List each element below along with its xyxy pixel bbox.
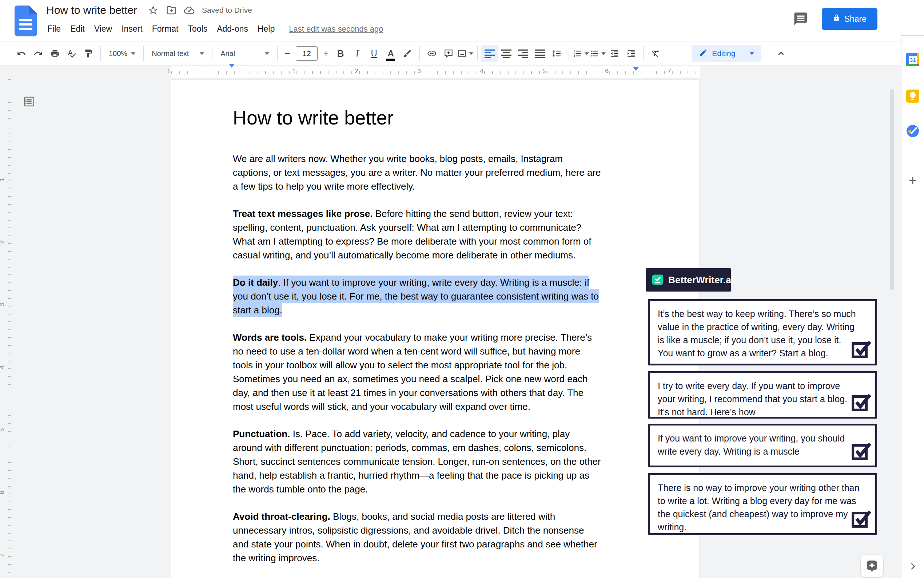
menu-view[interactable]: View <box>89 22 117 36</box>
horizontal-ruler[interactable]: 1 1 2 3 4 5 6 7 <box>0 66 901 78</box>
chevron-down-icon <box>265 52 269 55</box>
suggestion-card[interactable]: I try to write every day. If you want to… <box>648 371 877 419</box>
zoom-select[interactable]: 100% <box>104 45 140 62</box>
document-page[interactable]: How to write better We are all writers n… <box>171 80 699 578</box>
align-center-button[interactable] <box>498 45 515 62</box>
pencil-icon <box>699 49 707 58</box>
paint-format-icon[interactable] <box>80 45 97 62</box>
align-left-button[interactable] <box>481 45 498 62</box>
menu-file[interactable]: File <box>46 22 65 36</box>
right-indent-marker[interactable] <box>633 71 639 78</box>
toolbar-divider <box>419 46 420 61</box>
cloud-saved-icon[interactable] <box>183 4 196 17</box>
betterwriter-tag[interactable]: BetterWriter.ai <box>646 268 731 292</box>
google-calendar-icon[interactable]: 31 <box>905 52 920 67</box>
spell-check-icon[interactable] <box>63 45 80 62</box>
accept-suggestion-checkbox-icon[interactable] <box>851 391 872 414</box>
suggestion-card[interactable]: There is no way to improve your writing … <box>648 473 877 535</box>
menu-format[interactable]: Format <box>147 22 183 36</box>
star-icon[interactable] <box>147 4 160 17</box>
ruler-ticks <box>8 79 11 578</box>
side-panel-rail: 31 + <box>901 35 924 578</box>
doc-paragraph[interactable]: Punctuation. Is. Pace. To add variety, v… <box>233 427 638 496</box>
last-edit-link[interactable]: Last edit was seconds ago <box>289 24 383 34</box>
increase-indent-icon[interactable] <box>623 45 639 62</box>
doc-paragraph[interactable]: We are all writers now. Whether you writ… <box>233 152 638 193</box>
document-title[interactable]: How to write better <box>46 4 137 16</box>
increase-font-size-button[interactable]: + <box>320 45 332 62</box>
undo-icon[interactable] <box>13 45 30 62</box>
left-indent-marker[interactable] <box>229 68 235 74</box>
chevron-down-icon <box>601 52 606 55</box>
menu-addons[interactable]: Add-ons <box>212 22 253 36</box>
doc-paragraph[interactable]: Treat text messages like prose. Before h… <box>233 207 638 262</box>
google-keep-icon[interactable] <box>905 89 920 103</box>
font-size-input[interactable]: 12 <box>296 46 317 61</box>
accept-suggestion-checkbox-icon[interactable] <box>851 508 872 530</box>
align-right-button[interactable] <box>515 45 531 62</box>
decrease-font-size-button[interactable]: − <box>281 45 294 62</box>
menu-tools[interactable]: Tools <box>183 22 212 36</box>
menu-edit[interactable]: Edit <box>65 22 89 36</box>
chevron-down-icon <box>750 52 754 55</box>
comments-icon[interactable] <box>790 9 811 29</box>
text-color-button[interactable]: A <box>382 45 399 62</box>
toolbar-divider <box>769 46 769 61</box>
line-spacing-icon[interactable] <box>548 45 565 62</box>
menu-help[interactable]: Help <box>253 22 279 36</box>
menu-insert[interactable]: Insert <box>117 22 147 36</box>
betterwriter-check-icon <box>651 273 664 287</box>
share-label: Share <box>844 14 867 24</box>
add-comment-icon[interactable] <box>440 45 457 62</box>
doc-paragraph-highlighted[interactable]: Do it daily. If you want to improve your… <box>233 276 638 317</box>
google-docs-logo-icon[interactable] <box>15 5 37 38</box>
document-scrollbar[interactable] <box>890 89 894 290</box>
italic-button[interactable]: I <box>349 45 366 62</box>
vertical-ruler[interactable]: 1 2 3 4 5 6 7 <box>0 78 13 578</box>
toolbar-divider <box>477 46 477 61</box>
toolbar-divider <box>100 46 101 61</box>
app-header: How to write better Saved to Drive File … <box>0 0 924 41</box>
lock-icon <box>833 14 840 24</box>
document-canvas: 1 2 3 4 5 6 7 How to write better We are… <box>0 78 901 578</box>
font-family-select[interactable]: Arial <box>216 45 273 62</box>
toolbar-divider <box>212 46 212 61</box>
bulleted-list-icon[interactable] <box>589 45 606 62</box>
chevron-down-icon <box>131 52 135 55</box>
justify-button[interactable] <box>531 45 548 62</box>
collapse-toolbar-icon[interactable] <box>773 45 790 62</box>
explore-button[interactable] <box>861 555 883 577</box>
chevron-down-icon <box>584 52 589 55</box>
suggestion-card[interactable]: It’s the best way to keep writing. There… <box>648 299 877 365</box>
insert-image-icon[interactable] <box>457 45 474 62</box>
add-addon-icon[interactable]: + <box>905 173 920 188</box>
show-side-panel-icon[interactable] <box>905 559 920 574</box>
clear-formatting-icon[interactable] <box>647 45 664 62</box>
editing-mode-select[interactable]: Editing <box>691 45 761 62</box>
move-to-folder-icon[interactable] <box>165 4 178 17</box>
google-docs-app: How to write better Saved to Drive File … <box>0 0 924 578</box>
doc-paragraph[interactable]: Avoid throat-clearing. Blogs, books, and… <box>233 510 638 565</box>
toolbar: 100% Normal text Arial − 12 + B I U A Ed… <box>0 41 901 66</box>
chevron-down-icon <box>200 52 204 55</box>
accept-suggestion-checkbox-icon[interactable] <box>851 338 872 361</box>
doc-title[interactable]: How to write better <box>233 107 638 129</box>
numbered-list-icon[interactable] <box>573 45 589 62</box>
highlight-color-icon[interactable] <box>399 45 416 62</box>
document-outline-icon[interactable] <box>21 94 37 110</box>
underline-button[interactable]: U <box>366 45 382 62</box>
share-button[interactable]: Share <box>822 8 877 30</box>
redo-icon[interactable] <box>30 45 47 62</box>
doc-paragraph[interactable]: Words are tools. Expand your vocabulary … <box>233 331 638 414</box>
insert-link-icon[interactable] <box>424 45 440 62</box>
paragraph-style-select[interactable]: Normal text <box>147 45 209 62</box>
decrease-indent-icon[interactable] <box>606 45 623 62</box>
bold-button[interactable]: B <box>332 45 349 62</box>
print-icon[interactable] <box>47 45 63 62</box>
menu-bar: File Edit View Insert Format Tools Add-o… <box>46 22 383 36</box>
suggestion-card[interactable]: If you want to improve your writing, you… <box>648 424 877 468</box>
accept-suggestion-checkbox-icon[interactable] <box>851 440 872 463</box>
chevron-down-icon <box>469 52 473 55</box>
toolbar-divider <box>643 46 644 61</box>
google-tasks-icon[interactable] <box>905 124 920 138</box>
